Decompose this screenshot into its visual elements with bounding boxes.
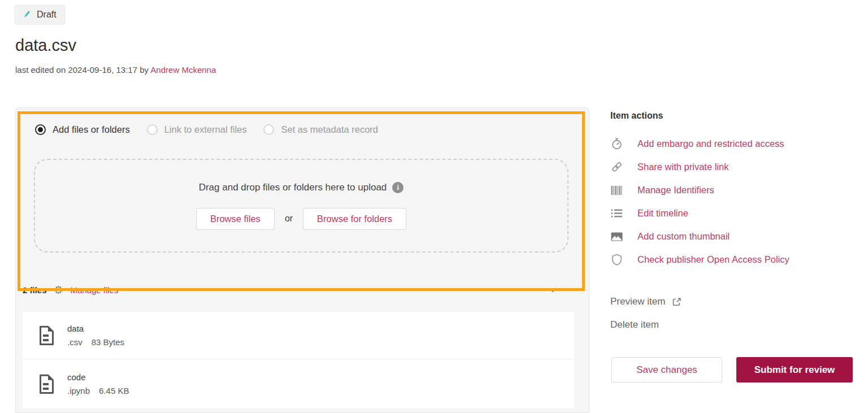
item-edit-page: Draft data.csv last edited on 2024-09-16… bbox=[0, 0, 868, 413]
radio-label: Add files or folders bbox=[53, 124, 130, 135]
file-name: data bbox=[67, 324, 124, 333]
last-edited-line: last edited on 2024-09-16, 13:17 by Andr… bbox=[15, 65, 216, 75]
browse-files-button[interactable]: Browse files bbox=[196, 208, 275, 230]
action-label: Edit timeline bbox=[637, 208, 688, 219]
private-link-icon bbox=[610, 161, 623, 173]
file-info: data .csv 83 Bytes bbox=[67, 324, 124, 347]
manage-files-link[interactable]: Manage files bbox=[70, 285, 118, 295]
file-name: code bbox=[67, 372, 129, 382]
file-row[interactable]: data .csv 83 Bytes bbox=[23, 312, 574, 359]
file-row[interactable]: code .ipynb 6.45 KB bbox=[23, 360, 574, 408]
action-edit-timeline[interactable]: Edit timeline bbox=[610, 202, 859, 225]
or-label: or bbox=[285, 214, 293, 224]
action-label: Check publisher Open Access Policy bbox=[637, 254, 789, 265]
browse-buttons: Browse files or Browse for folders bbox=[196, 208, 406, 230]
file-extension: .ipynb bbox=[67, 386, 90, 395]
file-document-icon bbox=[38, 374, 55, 394]
author-link[interactable]: Andrew Mckenna bbox=[150, 65, 216, 75]
upload-mode-radios: Add files or folders Link to external fi… bbox=[35, 124, 378, 135]
gear-icon[interactable]: ⚙ bbox=[54, 284, 64, 295]
timeline-list-icon bbox=[610, 208, 623, 218]
file-extension: .csv bbox=[67, 337, 83, 347]
radio-selected-icon[interactable] bbox=[35, 124, 46, 135]
action-label: Manage Identifiers bbox=[637, 185, 714, 195]
radio-label: Set as metadata record bbox=[281, 124, 378, 135]
item-actions-title: Item actions bbox=[610, 111, 859, 121]
action-check-oa-policy[interactable]: Check publisher Open Access Policy bbox=[610, 248, 859, 271]
info-icon[interactable]: i bbox=[392, 182, 403, 193]
external-link-icon bbox=[672, 297, 682, 307]
embargo-timer-icon bbox=[610, 138, 623, 150]
radio-label: Link to external files bbox=[164, 124, 247, 135]
page-title: data.csv bbox=[15, 36, 76, 55]
status-badge: Draft bbox=[14, 5, 66, 25]
action-add-embargo[interactable]: Add embargo and restricted access bbox=[610, 132, 859, 155]
chevron-down-icon[interactable] bbox=[548, 285, 557, 295]
submit-for-review-button[interactable]: Submit for review bbox=[736, 357, 853, 382]
file-info: code .ipynb 6.45 KB bbox=[67, 372, 129, 395]
browse-folders-button[interactable]: Browse for folders bbox=[303, 208, 406, 230]
status-badge-label: Draft bbox=[37, 10, 57, 20]
preview-item-label: Preview item bbox=[610, 296, 665, 307]
dropzone[interactable]: Drag and drop files or folders here to u… bbox=[34, 159, 568, 253]
file-size: 83 Bytes bbox=[92, 337, 124, 347]
file-meta: .ipynb 6.45 KB bbox=[67, 386, 129, 395]
save-changes-button[interactable]: Save changes bbox=[611, 357, 722, 382]
action-label: Share with private link bbox=[637, 162, 728, 172]
item-actions-panel: Item actions Add embargo and restricted … bbox=[610, 111, 859, 271]
radio-add-files[interactable]: Add files or folders bbox=[35, 124, 130, 135]
action-manage-identifiers[interactable]: Manage Identifiers bbox=[610, 179, 859, 202]
radio-unselected-icon[interactable] bbox=[147, 124, 158, 135]
shield-icon bbox=[610, 254, 623, 266]
delete-item-link[interactable]: Delete item bbox=[610, 319, 659, 331]
files-count: 2 files bbox=[23, 285, 47, 295]
barcode-icon bbox=[610, 185, 623, 195]
draft-pencil-icon bbox=[22, 10, 31, 19]
file-meta: .csv 83 Bytes bbox=[67, 337, 124, 347]
radio-unselected-icon[interactable] bbox=[263, 124, 274, 135]
action-add-thumbnail[interactable]: Add custom thumbnail bbox=[610, 225, 859, 248]
file-size: 6.45 KB bbox=[99, 386, 129, 395]
action-share-private-link[interactable]: Share with private link bbox=[610, 155, 859, 179]
dropzone-text: Drag and drop files or folders here to u… bbox=[199, 182, 387, 193]
thumbnail-image-icon bbox=[610, 232, 623, 241]
files-header: 2 files ⚙ Manage files bbox=[23, 282, 574, 297]
action-label: Add embargo and restricted access bbox=[637, 138, 784, 149]
action-label: Add custom thumbnail bbox=[637, 231, 730, 242]
radio-link-external[interactable]: Link to external files bbox=[147, 124, 247, 135]
file-document-icon bbox=[38, 325, 55, 346]
last-edited-text: last edited on 2024-09-16, 13:17 by bbox=[15, 65, 150, 75]
preview-item-link[interactable]: Preview item bbox=[610, 296, 682, 307]
radio-metadata-record[interactable]: Set as metadata record bbox=[263, 124, 378, 135]
dropzone-instruction: Drag and drop files or folders here to u… bbox=[199, 182, 404, 193]
